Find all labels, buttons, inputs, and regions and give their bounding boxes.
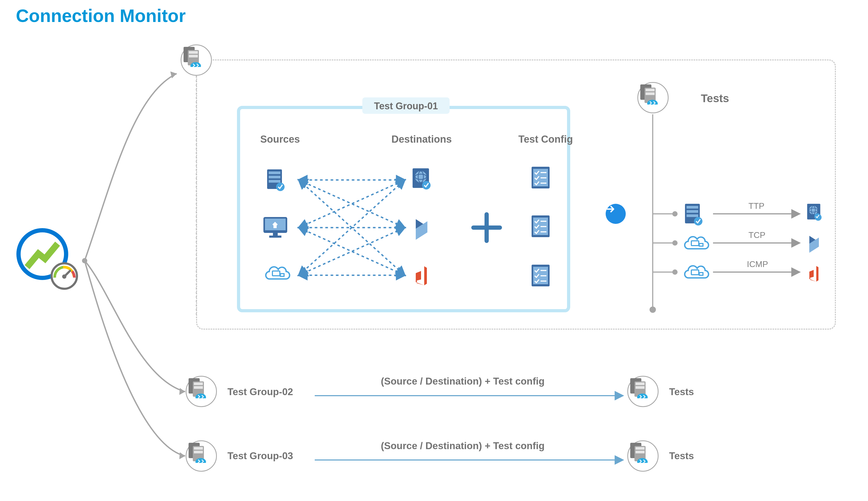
test-group-03-tests-label: Tests (669, 450, 694, 461)
test-group-03-tests-node (627, 440, 659, 472)
